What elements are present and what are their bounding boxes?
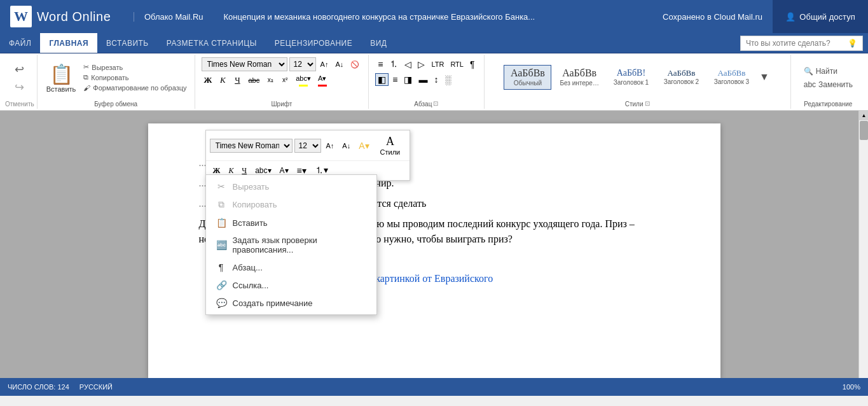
float-font-select[interactable]: Times New Roman bbox=[210, 139, 293, 153]
font-name-select[interactable]: Times New Roman bbox=[202, 57, 287, 71]
style-h1-preview: АаБбВ! bbox=[617, 69, 645, 78]
tab-review[interactable]: РЕЦЕНЗИРОВАНИЕ bbox=[266, 33, 361, 53]
find-button[interactable]: 🔍 Найти bbox=[801, 66, 855, 77]
float-style-preview: А bbox=[386, 135, 394, 148]
align-right-button[interactable]: ◨ bbox=[401, 73, 415, 86]
style-normal-preview: АаБбВв bbox=[511, 68, 545, 78]
tab-file[interactable]: ФАЙЛ bbox=[0, 33, 40, 53]
ctx-cut[interactable]: ✂ Вырезать bbox=[206, 178, 376, 195]
redo-button[interactable]: ↪ bbox=[12, 79, 27, 95]
strikethrough-button[interactable]: abc bbox=[245, 75, 262, 85]
show-para-button[interactable]: ¶ bbox=[467, 58, 478, 71]
decrease-indent-button[interactable]: ◁ bbox=[402, 58, 414, 71]
paste-button[interactable]: 📋 Вставить bbox=[43, 62, 80, 94]
style-no-space-preview: АаБбВв bbox=[562, 68, 596, 78]
ctx-cut-label: Вырезать bbox=[233, 182, 270, 192]
subscript-button[interactable]: x₂ bbox=[264, 75, 277, 85]
styles-expand-icon[interactable]: ⊡ bbox=[645, 100, 650, 107]
tab-home[interactable]: ГЛАВНАЯ bbox=[40, 33, 97, 53]
float-style-label: Стили bbox=[380, 148, 401, 156]
float-styles-button[interactable]: А Стили bbox=[375, 133, 406, 158]
undo-button[interactable]: ↩ bbox=[12, 61, 27, 78]
bullets-button[interactable]: ≡ bbox=[375, 58, 385, 71]
superscript-button[interactable]: x² bbox=[279, 75, 291, 85]
italic-button[interactable]: К bbox=[216, 74, 229, 87]
para-expand-icon[interactable]: ⊡ bbox=[433, 100, 438, 107]
style-h2-preview: АаБбВв bbox=[668, 69, 696, 77]
style-no-space[interactable]: АаБбВв Без интере… bbox=[554, 65, 605, 90]
line-spacing-button[interactable]: ↕ bbox=[431, 73, 441, 86]
tab-layout[interactable]: РАЗМЕТКА СТРАНИЦЫ bbox=[158, 33, 266, 53]
font-color-wrapper: A▾ bbox=[315, 73, 329, 87]
paste-label: Вставить bbox=[46, 85, 76, 93]
top-bar: W Word Online Облако Mail.Ru Концепция и… bbox=[0, 0, 868, 33]
language: РУССКИЙ bbox=[79, 383, 113, 391]
ctx-para[interactable]: ¶ Абзац... bbox=[206, 258, 376, 276]
ctx-link-label: Ссылка... bbox=[233, 281, 269, 290]
style-h3[interactable]: АаБбВв Заголовок 3 bbox=[708, 66, 755, 88]
highlight-button[interactable]: abc▾ bbox=[293, 73, 313, 84]
align-center-button[interactable]: ≡ bbox=[390, 73, 400, 86]
numbering-button[interactable]: ⒈ bbox=[387, 57, 401, 71]
style-h3-preview: АаБбВв bbox=[718, 69, 746, 77]
tab-view[interactable]: ВИД bbox=[361, 33, 396, 53]
styles-group: АаБбВв Обычный АаБбВв Без интере… АаБбВ!… bbox=[485, 55, 791, 109]
ctx-link[interactable]: 🔗 Ссылка... bbox=[206, 276, 376, 294]
increase-indent-button[interactable]: ▷ bbox=[415, 58, 427, 71]
style-h3-label: Заголовок 3 bbox=[714, 78, 749, 85]
replace-label: Заменить bbox=[818, 80, 853, 89]
highlight-color-bar bbox=[299, 85, 308, 87]
ctx-copy[interactable]: ⧉ Копировать bbox=[206, 195, 376, 214]
highlight-wrapper: abc▾ bbox=[293, 73, 313, 87]
float-size-select[interactable]: 12 bbox=[294, 139, 321, 153]
search-input[interactable] bbox=[746, 39, 848, 48]
find-icon: 🔍 bbox=[804, 67, 813, 76]
copy-button[interactable]: ⧉ Копировать bbox=[81, 73, 189, 82]
font-color-button[interactable]: A▾ bbox=[315, 73, 329, 84]
style-h1[interactable]: АаБбВ! Заголовок 1 bbox=[607, 66, 655, 89]
font-label: Шрифт bbox=[271, 99, 292, 108]
justify-button[interactable]: ▬ bbox=[416, 73, 430, 86]
shading-button[interactable]: ░ bbox=[442, 73, 453, 86]
align-left-button[interactable]: ◧ bbox=[375, 73, 389, 86]
style-normal[interactable]: АаБбВв Обычный bbox=[504, 65, 551, 90]
clear-format-button[interactable]: 🚫 bbox=[348, 59, 362, 70]
grow-font-button[interactable]: A↑ bbox=[318, 59, 331, 69]
underline-button[interactable]: Ч bbox=[231, 74, 244, 87]
ctx-paste-icon: 📋 bbox=[216, 218, 226, 228]
zoom-level: 100% bbox=[843, 383, 860, 391]
ctx-comment-icon: 💬 bbox=[216, 298, 226, 308]
ltr-button[interactable]: LTR bbox=[429, 59, 446, 69]
rtl-button[interactable]: RTL bbox=[448, 59, 466, 69]
floating-toolbar: Times New Roman 12 A↑ A↓ A▾ А Стили Ж К bbox=[205, 130, 411, 181]
replace-icon: abc bbox=[804, 80, 816, 89]
ctx-copy-label: Копировать bbox=[233, 200, 277, 209]
doc-title: Концепция и механика новогоднего конкурс… bbox=[214, 12, 653, 22]
ctx-para-icon: ¶ bbox=[216, 262, 226, 272]
float-shrink-button[interactable]: A↓ bbox=[339, 141, 354, 151]
scroll-thumb[interactable] bbox=[860, 121, 868, 140]
tab-insert[interactable]: ВСТАВИТЬ bbox=[97, 33, 158, 53]
scroll-up-button[interactable]: ▲ bbox=[859, 111, 868, 120]
ctx-comment[interactable]: 💬 Создать примечание bbox=[206, 294, 376, 312]
search-box[interactable]: 💡 bbox=[740, 36, 863, 51]
float-grow-button[interactable]: A↑ bbox=[323, 141, 338, 151]
para-label: Абзац bbox=[414, 99, 432, 108]
shrink-font-button[interactable]: A↓ bbox=[333, 59, 346, 69]
ctx-spellcheck[interactable]: 🔤 Задать язык проверки правописания... bbox=[206, 232, 376, 258]
replace-button[interactable]: abc Заменить bbox=[801, 79, 855, 90]
ctx-paste[interactable]: 📋 Вставить bbox=[206, 214, 376, 232]
word-count: ЧИСЛО СЛОВ: 124 bbox=[8, 383, 69, 391]
float-highlight-button[interactable]: A▾ bbox=[355, 139, 372, 152]
ctx-comment-label: Создать примечание bbox=[233, 298, 313, 308]
scrollbar[interactable]: ▲ bbox=[858, 111, 868, 378]
share-button[interactable]: 👤 Общий доступ bbox=[773, 0, 868, 33]
editing-label: Редактирование bbox=[804, 99, 852, 108]
bold-button[interactable]: Ж bbox=[202, 74, 215, 87]
font-size-select[interactable]: 12 bbox=[289, 57, 316, 71]
style-h2[interactable]: АаБбВв Заголовок 2 bbox=[658, 66, 705, 88]
cut-button[interactable]: ✂ Вырезать bbox=[81, 62, 189, 72]
clipboard-group: 📋 Вставить ✂ Вырезать ⧉ Копировать 🖌 Фор… bbox=[38, 55, 195, 109]
styles-scroll-button[interactable]: ▼ bbox=[758, 70, 771, 84]
format-painter-button[interactable]: 🖌 Форматирование по образцу bbox=[81, 83, 189, 93]
